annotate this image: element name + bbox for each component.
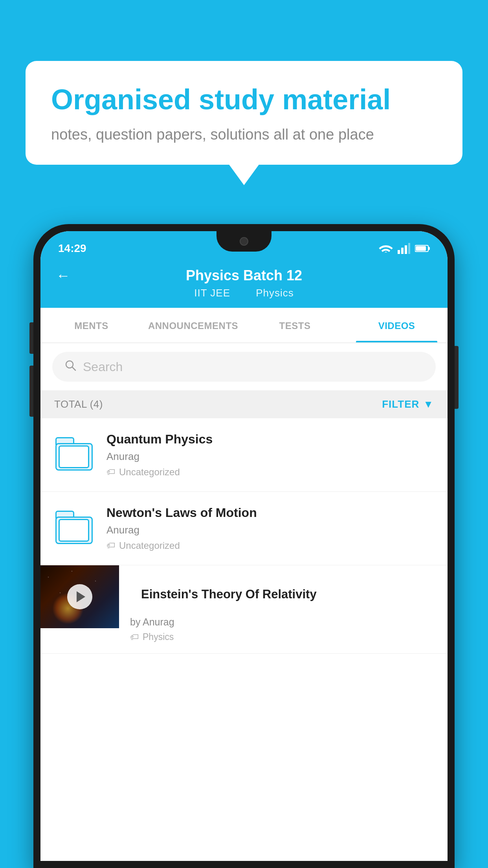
phone-btn-vol-up bbox=[29, 322, 33, 354]
svg-line-8 bbox=[72, 367, 75, 370]
list-item[interactable]: Newton's Laws of Motion Anurag 🏷 Uncateg… bbox=[40, 492, 448, 565]
header-row: ← Physics Batch 12 bbox=[56, 267, 432, 284]
tag-icon-1: 🏷 bbox=[106, 467, 115, 477]
folder-icon-2 bbox=[55, 511, 93, 544]
search-bar[interactable]: Search bbox=[52, 352, 436, 382]
camera-lens bbox=[240, 237, 248, 246]
folder-thumbnail-1 bbox=[52, 432, 95, 475]
folder-thumbnail-2 bbox=[52, 506, 95, 549]
video-title-1: Quantum Physics bbox=[106, 432, 436, 447]
search-container: Search bbox=[40, 343, 448, 390]
svg-rect-3 bbox=[408, 243, 410, 254]
video-info-1: Quantum Physics Anurag 🏷 Uncategorized bbox=[106, 432, 436, 478]
play-button[interactable] bbox=[67, 584, 92, 609]
list-item[interactable]: Quantum Physics Anurag 🏷 Uncategorized bbox=[40, 418, 448, 492]
svg-rect-1 bbox=[401, 248, 404, 254]
battery-icon bbox=[415, 244, 430, 253]
phone-btn-vol-down bbox=[29, 366, 33, 417]
speech-bubble-section: Organised study material notes, question… bbox=[26, 61, 462, 165]
filter-bar: TOTAL (4) FILTER ▼ bbox=[40, 390, 448, 418]
search-placeholder: Search bbox=[83, 360, 123, 374]
video-thumbnail-3 bbox=[40, 565, 119, 628]
video-tag-1: 🏷 Uncategorized bbox=[106, 467, 436, 478]
video-title-2: Newton's Laws of Motion bbox=[106, 506, 436, 520]
tab-tests[interactable]: TESTS bbox=[244, 308, 346, 342]
list-item[interactable]: Einstein's Theory Of Relativity by Anura… bbox=[40, 565, 448, 654]
status-icons bbox=[379, 243, 430, 254]
video-list: Quantum Physics Anurag 🏷 Uncategorized bbox=[40, 418, 448, 861]
video-tag-2: 🏷 Uncategorized bbox=[106, 540, 436, 551]
video-title-3: Einstein's Theory Of Relativity bbox=[130, 576, 437, 612]
status-time: 14:29 bbox=[58, 242, 86, 255]
video-info-2: Newton's Laws of Motion Anurag 🏷 Uncateg… bbox=[106, 506, 436, 551]
total-label: TOTAL (4) bbox=[54, 398, 103, 410]
svg-rect-0 bbox=[398, 250, 400, 254]
app-header: ← Physics Batch 12 IIT JEE Physics bbox=[40, 259, 448, 308]
tab-ments[interactable]: MENTS bbox=[40, 308, 142, 342]
svg-rect-5 bbox=[428, 247, 430, 250]
header-subtitle: IIT JEE Physics bbox=[189, 287, 298, 299]
filter-button[interactable]: FILTER ▼ bbox=[382, 398, 434, 410]
video-author-2: Anurag bbox=[106, 524, 436, 536]
tab-videos[interactable]: VIDEOS bbox=[346, 308, 448, 342]
wifi-icon bbox=[379, 243, 393, 254]
video-author-1: Anurag bbox=[106, 451, 436, 463]
header-title: Physics Batch 12 bbox=[186, 267, 302, 284]
hero-subtitle: notes, question papers, solutions all at… bbox=[51, 126, 437, 143]
video-tag-3: 🏷 Physics bbox=[130, 632, 437, 642]
video-author-3: by Anurag bbox=[130, 616, 437, 628]
phone-mockup: 14:29 bbox=[33, 224, 455, 868]
subtitle-iit: IIT JEE bbox=[194, 287, 230, 299]
tag-icon-3: 🏷 bbox=[130, 632, 139, 642]
folder-front bbox=[59, 445, 89, 468]
back-button[interactable]: ← bbox=[56, 267, 70, 284]
play-triangle-icon bbox=[77, 591, 85, 602]
phone-btn-power bbox=[455, 346, 459, 409]
phone-screen: 14:29 bbox=[40, 231, 448, 861]
svg-rect-2 bbox=[405, 245, 407, 254]
filter-icon: ▼ bbox=[423, 398, 434, 410]
folder-icon-1 bbox=[55, 437, 93, 471]
hero-title: Organised study material bbox=[51, 83, 437, 116]
tab-announcements[interactable]: ANNOUNCEMENTS bbox=[142, 308, 244, 342]
video-info-3: Einstein's Theory Of Relativity by Anura… bbox=[119, 565, 448, 653]
speech-bubble: Organised study material notes, question… bbox=[26, 61, 462, 165]
search-icon bbox=[64, 359, 77, 375]
phone-notch bbox=[216, 231, 272, 252]
signal-icon bbox=[398, 243, 410, 254]
svg-rect-6 bbox=[416, 246, 426, 251]
tabs-bar: MENTS ANNOUNCEMENTS TESTS VIDEOS bbox=[40, 308, 448, 343]
folder-front bbox=[59, 519, 89, 542]
subtitle-physics: Physics bbox=[256, 287, 294, 299]
tag-icon-2: 🏷 bbox=[106, 541, 115, 551]
